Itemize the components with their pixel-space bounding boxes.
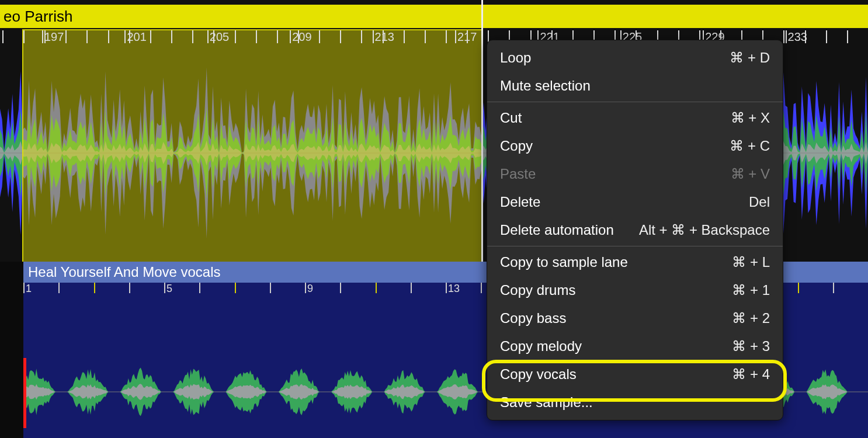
menu-item-shortcut: Del <box>749 194 770 210</box>
ruler-tick <box>340 30 341 43</box>
menu-item-shortcut: ⌘ + X <box>731 110 770 126</box>
menu-item-shortcut: ⌘ + 2 <box>732 310 770 326</box>
menu-item-cut[interactable]: Cut⌘ + X <box>487 104 783 132</box>
menu-item-label: Delete <box>500 194 540 210</box>
menu-item-mute-selection[interactable]: Mute selection <box>487 72 783 100</box>
menu-item-label: Save sample... <box>500 394 593 411</box>
menu-item-paste: Paste⌘ + V <box>487 160 783 188</box>
menu-item-shortcut: ⌘ + C <box>730 138 770 154</box>
menu-item-label: Cut <box>500 110 522 126</box>
ruler-label: 5 <box>166 283 172 295</box>
ruler-tick <box>361 30 362 43</box>
ruler-label: 233 <box>788 30 807 44</box>
menu-item-label: Copy bass <box>500 310 566 326</box>
menu-item-copy-melody[interactable]: Copy melody⌘ + 3 <box>487 332 783 360</box>
ruler-tick <box>847 30 848 43</box>
menu-item-label: Loop <box>500 50 531 66</box>
menu-item-label: Delete automation <box>500 222 614 238</box>
menu-item-shortcut: Alt + ⌘ + Backspace <box>639 222 770 238</box>
ruler-tick <box>425 30 426 43</box>
menu-separator <box>487 246 783 246</box>
ruler-label: 209 <box>292 30 311 44</box>
ruler-tick <box>171 30 172 43</box>
menu-item-copy[interactable]: Copy⌘ + C <box>487 132 783 160</box>
menu-item-shortcut: ⌘ + 4 <box>732 366 770 383</box>
menu-item-label: Copy to sample lane <box>500 254 628 270</box>
ruler-tick <box>256 30 257 43</box>
ruler-tick <box>826 30 827 43</box>
ruler-label: 217 <box>457 30 477 44</box>
ruler-label: 205 <box>210 30 229 44</box>
menu-item-copy-vocals[interactable]: Copy vocals⌘ + 4 <box>487 360 783 388</box>
playhead[interactable] <box>481 0 483 262</box>
ruler-tick <box>65 30 67 43</box>
menu-item-label: Mute selection <box>500 78 591 94</box>
ruler-label: 201 <box>127 30 146 44</box>
menu-item-copy-drums[interactable]: Copy drums⌘ + 1 <box>487 276 783 304</box>
menu-item-label: Copy <box>500 138 533 154</box>
ruler-label: 9 <box>307 283 313 295</box>
ruler-label: 1 <box>26 283 32 295</box>
ruler-tick <box>277 30 278 43</box>
menu-item-label: Copy melody <box>500 338 582 354</box>
ruler-tick <box>108 30 109 43</box>
menu-item-label: Paste <box>500 166 536 182</box>
menu-item-shortcut: ⌘ + 3 <box>732 338 770 354</box>
ruler-tick <box>192 30 193 43</box>
menu-item-loop[interactable]: Loop⌘ + D <box>487 44 783 72</box>
ruler-tick <box>150 30 151 43</box>
ruler-tick <box>404 30 405 43</box>
ruler-tick <box>23 30 25 43</box>
menu-item-label: Copy drums <box>500 282 575 298</box>
menu-item-copy-to-sample-lane[interactable]: Copy to sample lane⌘ + L <box>487 248 783 276</box>
ruler-tick <box>783 30 784 43</box>
menu-item-delete-automation[interactable]: Delete automationAlt + ⌘ + Backspace <box>487 216 783 244</box>
context-menu[interactable]: Loop⌘ + DMute selectionCut⌘ + XCopy⌘ + C… <box>487 40 783 420</box>
ruler-tick <box>235 30 236 43</box>
selection-region[interactable] <box>23 30 482 262</box>
ruler-tick <box>319 30 320 43</box>
start-marker[interactable] <box>23 358 26 428</box>
ruler-tick <box>2 30 4 43</box>
menu-item-shortcut: ⌘ + V <box>731 166 770 182</box>
ruler-label: 213 <box>375 30 394 44</box>
menu-item-save-sample[interactable]: Save sample... <box>487 388 783 416</box>
menu-item-label: Copy vocals <box>500 366 577 383</box>
menu-item-copy-bass[interactable]: Copy bass⌘ + 2 <box>487 304 783 332</box>
menu-item-shortcut: ⌘ + D <box>730 50 770 66</box>
menu-separator <box>487 102 783 102</box>
ruler-label: 197 <box>44 30 64 44</box>
ruler-tick <box>446 30 447 43</box>
menu-item-shortcut: ⌘ + L <box>732 254 770 270</box>
ruler-label: 13 <box>448 283 460 295</box>
ruler-tick <box>86 30 88 43</box>
menu-item-delete[interactable]: DeleteDel <box>487 188 783 216</box>
clip-title-top[interactable]: eo Parrish <box>0 5 868 28</box>
menu-item-shortcut: ⌘ + 1 <box>732 282 770 298</box>
